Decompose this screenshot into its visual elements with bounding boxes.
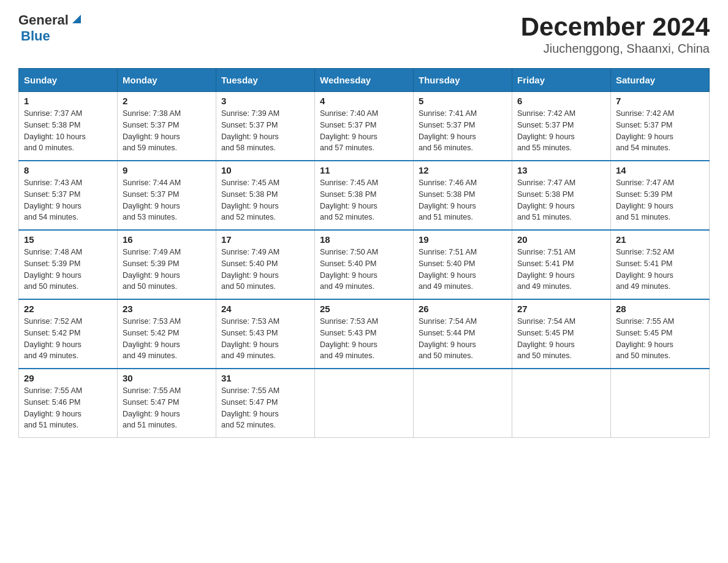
- day-number: 22: [24, 304, 112, 314]
- day-info: Sunrise: 7:41 AMSunset: 5:37 PMDaylight:…: [419, 108, 507, 154]
- day-info: Sunrise: 7:51 AMSunset: 5:40 PMDaylight:…: [419, 247, 507, 293]
- day-number: 27: [517, 304, 605, 314]
- col-header-sunday: Sunday: [19, 69, 118, 92]
- day-number: 4: [320, 96, 408, 106]
- day-info: Sunrise: 7:53 AMSunset: 5:43 PMDaylight:…: [221, 316, 309, 362]
- day-info: Sunrise: 7:45 AMSunset: 5:38 PMDaylight:…: [320, 177, 408, 223]
- day-number: 26: [419, 304, 507, 314]
- calendar-cell: 30Sunrise: 7:55 AMSunset: 5:47 PMDayligh…: [118, 369, 216, 438]
- logo-blue-text: Blue: [21, 28, 50, 44]
- day-info: Sunrise: 7:49 AMSunset: 5:40 PMDaylight:…: [221, 247, 309, 293]
- col-header-tuesday: Tuesday: [216, 69, 315, 92]
- col-header-thursday: Thursday: [414, 69, 512, 92]
- calendar-cell: 19Sunrise: 7:51 AMSunset: 5:40 PMDayligh…: [414, 230, 512, 299]
- day-info: Sunrise: 7:45 AMSunset: 5:38 PMDaylight:…: [221, 177, 309, 223]
- calendar-cell: 14Sunrise: 7:47 AMSunset: 5:39 PMDayligh…: [611, 161, 710, 230]
- day-number: 23: [123, 304, 211, 314]
- calendar-cell: 5Sunrise: 7:41 AMSunset: 5:37 PMDaylight…: [414, 92, 512, 161]
- col-header-friday: Friday: [512, 69, 611, 92]
- calendar-week-row: 15Sunrise: 7:48 AMSunset: 5:39 PMDayligh…: [19, 230, 710, 299]
- calendar-cell: [512, 369, 611, 438]
- day-info: Sunrise: 7:42 AMSunset: 5:37 PMDaylight:…: [616, 108, 704, 154]
- calendar-cell: 26Sunrise: 7:54 AMSunset: 5:44 PMDayligh…: [414, 299, 512, 369]
- day-number: 28: [616, 304, 704, 314]
- logo-triangle-icon: [70, 12, 83, 26]
- day-info: Sunrise: 7:49 AMSunset: 5:39 PMDaylight:…: [123, 247, 211, 293]
- calendar-cell: [611, 369, 710, 438]
- calendar-header-row: SundayMondayTuesdayWednesdayThursdayFrid…: [19, 69, 710, 92]
- calendar-cell: 12Sunrise: 7:46 AMSunset: 5:38 PMDayligh…: [414, 161, 512, 230]
- day-number: 31: [221, 373, 309, 383]
- day-info: Sunrise: 7:53 AMSunset: 5:43 PMDaylight:…: [320, 316, 408, 362]
- title-block: December 2024 Jiuchenggong, Shaanxi, Chi…: [521, 12, 710, 56]
- day-number: 13: [517, 165, 605, 175]
- day-info: Sunrise: 7:48 AMSunset: 5:39 PMDaylight:…: [24, 247, 112, 293]
- calendar-cell: 1Sunrise: 7:37 AMSunset: 5:38 PMDaylight…: [19, 92, 118, 161]
- calendar-cell: 4Sunrise: 7:40 AMSunset: 5:37 PMDaylight…: [315, 92, 414, 161]
- calendar-table: SundayMondayTuesdayWednesdayThursdayFrid…: [18, 68, 710, 438]
- day-number: 19: [419, 234, 507, 245]
- day-info: Sunrise: 7:44 AMSunset: 5:37 PMDaylight:…: [123, 177, 211, 223]
- calendar-cell: 24Sunrise: 7:53 AMSunset: 5:43 PMDayligh…: [216, 299, 315, 369]
- location-subtitle: Jiuchenggong, Shaanxi, China: [521, 42, 710, 56]
- day-number: 20: [517, 234, 605, 245]
- calendar-cell: 9Sunrise: 7:44 AMSunset: 5:37 PMDaylight…: [118, 161, 216, 230]
- day-number: 3: [221, 96, 309, 106]
- calendar-cell: 10Sunrise: 7:45 AMSunset: 5:38 PMDayligh…: [216, 161, 315, 230]
- day-info: Sunrise: 7:47 AMSunset: 5:39 PMDaylight:…: [616, 177, 704, 223]
- day-number: 2: [123, 96, 211, 106]
- day-info: Sunrise: 7:43 AMSunset: 5:37 PMDaylight:…: [24, 177, 112, 223]
- day-info: Sunrise: 7:46 AMSunset: 5:38 PMDaylight:…: [419, 177, 507, 223]
- day-info: Sunrise: 7:55 AMSunset: 5:47 PMDaylight:…: [123, 385, 211, 431]
- day-info: Sunrise: 7:37 AMSunset: 5:38 PMDaylight:…: [24, 108, 112, 154]
- day-number: 10: [221, 165, 309, 175]
- calendar-cell: 25Sunrise: 7:53 AMSunset: 5:43 PMDayligh…: [315, 299, 414, 369]
- day-info: Sunrise: 7:50 AMSunset: 5:40 PMDaylight:…: [320, 247, 408, 293]
- day-number: 12: [419, 165, 507, 175]
- calendar-week-row: 22Sunrise: 7:52 AMSunset: 5:42 PMDayligh…: [19, 299, 710, 369]
- month-year-title: December 2024: [521, 12, 710, 42]
- day-number: 5: [419, 96, 507, 106]
- day-number: 6: [517, 96, 605, 106]
- day-info: Sunrise: 7:40 AMSunset: 5:37 PMDaylight:…: [320, 108, 408, 154]
- calendar-cell: 7Sunrise: 7:42 AMSunset: 5:37 PMDaylight…: [611, 92, 710, 161]
- calendar-cell: 22Sunrise: 7:52 AMSunset: 5:42 PMDayligh…: [19, 299, 118, 369]
- day-number: 29: [24, 373, 112, 383]
- day-number: 21: [616, 234, 704, 245]
- calendar-cell: 17Sunrise: 7:49 AMSunset: 5:40 PMDayligh…: [216, 230, 315, 299]
- day-number: 1: [24, 96, 112, 106]
- col-header-saturday: Saturday: [611, 69, 710, 92]
- calendar-cell: 27Sunrise: 7:54 AMSunset: 5:45 PMDayligh…: [512, 299, 611, 369]
- calendar-cell: 28Sunrise: 7:55 AMSunset: 5:45 PMDayligh…: [611, 299, 710, 369]
- day-number: 15: [24, 234, 112, 245]
- day-info: Sunrise: 7:47 AMSunset: 5:38 PMDaylight:…: [517, 177, 605, 223]
- day-number: 30: [123, 373, 211, 383]
- day-info: Sunrise: 7:54 AMSunset: 5:45 PMDaylight:…: [517, 316, 605, 362]
- svg-marker-0: [72, 15, 81, 23]
- day-number: 8: [24, 165, 112, 175]
- day-number: 18: [320, 234, 408, 245]
- calendar-cell: 11Sunrise: 7:45 AMSunset: 5:38 PMDayligh…: [315, 161, 414, 230]
- calendar-cell: 2Sunrise: 7:38 AMSunset: 5:37 PMDaylight…: [118, 92, 216, 161]
- day-info: Sunrise: 7:39 AMSunset: 5:37 PMDaylight:…: [221, 108, 309, 154]
- logo-general-text: General: [18, 12, 69, 28]
- calendar-cell: 16Sunrise: 7:49 AMSunset: 5:39 PMDayligh…: [118, 230, 216, 299]
- calendar-week-row: 29Sunrise: 7:55 AMSunset: 5:46 PMDayligh…: [19, 369, 710, 438]
- logo: General Blue: [18, 12, 83, 44]
- calendar-cell: 8Sunrise: 7:43 AMSunset: 5:37 PMDaylight…: [19, 161, 118, 230]
- day-info: Sunrise: 7:55 AMSunset: 5:47 PMDaylight:…: [221, 385, 309, 431]
- day-info: Sunrise: 7:54 AMSunset: 5:44 PMDaylight:…: [419, 316, 507, 362]
- calendar-cell: [315, 369, 414, 438]
- calendar-cell: 3Sunrise: 7:39 AMSunset: 5:37 PMDaylight…: [216, 92, 315, 161]
- calendar-week-row: 1Sunrise: 7:37 AMSunset: 5:38 PMDaylight…: [19, 92, 710, 161]
- calendar-cell: 18Sunrise: 7:50 AMSunset: 5:40 PMDayligh…: [315, 230, 414, 299]
- calendar-cell: 6Sunrise: 7:42 AMSunset: 5:37 PMDaylight…: [512, 92, 611, 161]
- calendar-cell: 15Sunrise: 7:48 AMSunset: 5:39 PMDayligh…: [19, 230, 118, 299]
- day-info: Sunrise: 7:42 AMSunset: 5:37 PMDaylight:…: [517, 108, 605, 154]
- day-info: Sunrise: 7:55 AMSunset: 5:46 PMDaylight:…: [24, 385, 112, 431]
- day-info: Sunrise: 7:51 AMSunset: 5:41 PMDaylight:…: [517, 247, 605, 293]
- calendar-cell: 31Sunrise: 7:55 AMSunset: 5:47 PMDayligh…: [216, 369, 315, 438]
- day-number: 25: [320, 304, 408, 314]
- day-number: 7: [616, 96, 704, 106]
- calendar-cell: 13Sunrise: 7:47 AMSunset: 5:38 PMDayligh…: [512, 161, 611, 230]
